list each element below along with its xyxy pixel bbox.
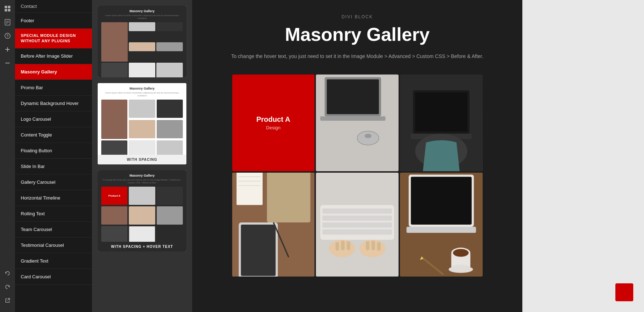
gallery-cell-keyboard <box>316 173 399 277</box>
gallery-image-laptop-coffee <box>400 173 483 277</box>
svg-line-15 <box>8 298 10 301</box>
grid-cell <box>156 22 183 31</box>
sidebar-item-gradient-text[interactable]: Gradient Text <box>15 253 92 269</box>
grid-cell <box>101 22 128 62</box>
grid-cell <box>157 187 183 205</box>
svg-rect-3 <box>8 9 10 11</box>
grid-cell <box>157 206 183 225</box>
icon-bar: ? <box>0 0 15 312</box>
svg-rect-19 <box>320 116 385 121</box>
variant-card-1[interactable]: Masonry Gallery Lorem ipsum dolor sit am… <box>98 6 186 77</box>
sidebar-scroll[interactable]: Contact Footer SPECIAL MODULE DESIGN WIT… <box>15 0 92 312</box>
variant-preview-2: Masonry Gallery Lorem ipsum dolor sit am… <box>98 83 186 155</box>
grid-cell <box>156 42 183 51</box>
variant-preview-1: Masonry Gallery Lorem ipsum dolor sit am… <box>98 6 186 77</box>
undo-icon[interactable] <box>2 268 13 279</box>
grid-cell <box>129 63 155 77</box>
variant-1-grid <box>101 22 183 77</box>
sidebar-item-card-carousel[interactable]: Card Carousel <box>15 269 92 285</box>
grid-cell <box>129 140 155 155</box>
variant-3-subtitle: To change the hover text, you just need … <box>101 179 183 184</box>
grid-cell <box>156 63 183 77</box>
grid-cell <box>101 63 128 77</box>
grid-cell <box>157 100 183 118</box>
grid-cell <box>129 100 155 118</box>
svg-rect-2 <box>5 9 7 11</box>
svg-rect-18 <box>327 80 379 114</box>
main-content: DIVI BLOCK Masonry Gallery To change the… <box>192 0 522 312</box>
variant-2-title: Masonry Gallery <box>101 87 183 90</box>
sidebar-item-contact[interactable]: Contact <box>15 0 92 13</box>
variant-2-grid <box>101 100 183 155</box>
masonry-gallery: Product A Design <box>232 75 483 277</box>
redo-icon[interactable] <box>2 281 13 293</box>
grid-cell <box>129 187 155 205</box>
help-icon[interactable]: ? <box>2 30 13 42</box>
variant-2-subtitle: Lorem ipsum dolor sit amet consectetur a… <box>101 92 183 97</box>
grid-cell <box>101 206 127 225</box>
right-panel <box>522 0 644 312</box>
sidebar-item-testimonial-carousel[interactable]: Testimonial Carousel <box>15 237 92 253</box>
svg-rect-51 <box>377 242 381 251</box>
page-icon[interactable] <box>2 16 13 28</box>
gallery-container: DIVI BLOCK Masonry Gallery To change the… <box>192 0 522 312</box>
sidebar-item-rolling-text[interactable]: Rolling Text <box>15 206 92 222</box>
divi-block-label: DIVI BLOCK <box>214 14 501 19</box>
product-sub: Design <box>266 125 280 130</box>
svg-point-61 <box>449 266 473 273</box>
variant-3-label: WITH SPACING + HOVER TEXT <box>98 242 186 251</box>
grid-cell <box>129 42 155 51</box>
sidebar-item-footer[interactable]: Footer <box>15 13 92 29</box>
grid-cell <box>129 22 155 31</box>
variant-card-2[interactable]: Masonry Gallery Lorem ipsum dolor sit am… <box>98 83 186 164</box>
gallery-image-laptop-hands <box>400 75 483 171</box>
svg-point-60 <box>453 249 469 257</box>
variant-1-subtitle: Lorem ipsum dolor sit amet consectetur a… <box>101 14 183 20</box>
svg-rect-31 <box>267 173 310 222</box>
gallery-image-keyboard <box>316 173 399 277</box>
gallery-cell-laptop-coffee <box>400 173 483 277</box>
middle-panel: Masonry Gallery Lorem ipsum dolor sit am… <box>92 0 192 312</box>
grid-cell <box>101 100 127 139</box>
sidebar-item-logo-carousel[interactable]: Logo Carousel <box>15 111 92 127</box>
gallery-image-desk-top <box>232 173 315 277</box>
svg-text:?: ? <box>6 34 9 38</box>
grid-icon[interactable] <box>2 3 13 14</box>
sidebar-item-team-carousel[interactable]: Team Carousel <box>15 222 92 237</box>
svg-point-21 <box>365 134 371 138</box>
variant-3-title: Masonry Gallery <box>101 174 183 177</box>
sidebar-item-horizontal-timeline[interactable]: Horizontal Timeline <box>15 190 92 206</box>
sidebar-item-promo-bar[interactable]: Promo Bar <box>15 80 92 96</box>
gallery-cell-laptop-mouse <box>316 75 399 171</box>
svg-rect-55 <box>411 177 472 225</box>
variant-3-grid: Product A <box>101 187 183 242</box>
grid-cell <box>157 120 183 138</box>
gallery-cell-desk-top <box>232 173 315 277</box>
svg-rect-42 <box>322 222 392 228</box>
grid-cell <box>101 140 127 155</box>
external-link-icon[interactable] <box>2 295 13 306</box>
sidebar-item-content-toggle[interactable]: Content Toggle <box>15 127 92 143</box>
svg-rect-0 <box>5 6 7 8</box>
grid-cell <box>129 120 155 138</box>
grid-cell-red: Product A <box>101 187 127 205</box>
variant-2-label: WITH SPACING <box>98 155 186 164</box>
gallery-cell-red: Product A Design <box>232 75 315 171</box>
gallery-description: To change the hover text, you just need … <box>214 52 501 60</box>
sidebar-item-gallery-carousel[interactable]: Gallery Carousel <box>15 174 92 190</box>
floating-button[interactable] <box>615 283 633 301</box>
svg-rect-30 <box>241 225 275 276</box>
sidebar-item-before-after[interactable]: Before After Image Slider <box>15 48 92 64</box>
minus-icon[interactable] <box>2 57 13 69</box>
sidebar-item-slide-in-bar[interactable]: Slide In Bar <box>15 159 92 174</box>
grid-cell <box>157 140 183 155</box>
sidebar-item-dynamic-bg[interactable]: Dynamic Background Hover <box>15 96 92 111</box>
sidebar-item-masonry-gallery[interactable]: Masonry Gallery <box>15 64 92 80</box>
variant-card-3[interactable]: Masonry Gallery To change the hover text… <box>98 170 186 251</box>
grid-cell <box>101 226 127 242</box>
plus-icon[interactable] <box>2 44 13 55</box>
sidebar-item-floating-button[interactable]: Floating Button <box>15 143 92 159</box>
sidebar-special-label: SPECIAL MODULE DESIGN WITHOUT ANY PLUGIN… <box>15 29 92 48</box>
svg-rect-1 <box>8 6 10 8</box>
svg-rect-43 <box>322 230 392 235</box>
